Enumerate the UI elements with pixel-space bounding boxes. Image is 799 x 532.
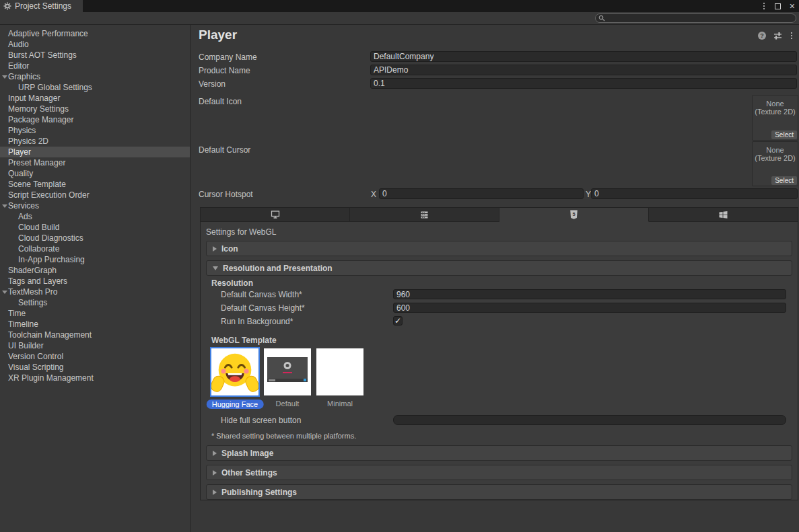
sidebar-item-version-control[interactable]: Version Control [0, 351, 190, 362]
foldout-label: Resolution and Presentation [223, 264, 333, 273]
close-icon[interactable]: × [790, 3, 795, 9]
foldout-icon[interactable]: Icon [206, 241, 792, 256]
sidebar-item-label: Input Manager [0, 93, 60, 103]
sidebar-item-textmesh-pro[interactable]: TextMesh Pro [0, 287, 190, 297]
svg-text:5: 5 [572, 211, 575, 217]
sidebar-item-ui-builder[interactable]: UI Builder [0, 340, 190, 351]
default-icon-texture-well[interactable]: None (Texture 2D) Select [752, 95, 798, 141]
texture-none-text: None [753, 100, 798, 108]
sidebar-item-audio[interactable]: Audio [0, 39, 190, 50]
sidebar-item-label: Collaborate [0, 244, 59, 254]
window-menu-icon[interactable] [762, 1, 766, 11]
sidebar-item-adaptive-performance[interactable]: Adaptive Performance [0, 28, 190, 39]
maximize-icon[interactable] [775, 3, 781, 9]
default-cursor-select-button[interactable]: Select [771, 176, 797, 185]
sidebar-item-settings[interactable]: Settings [0, 297, 190, 308]
search-box[interactable] [595, 13, 796, 23]
foldout-triangle-icon[interactable] [2, 75, 7, 79]
template-option-minimal[interactable]: Minimal [327, 400, 353, 408]
cursor-hotspot-label: Cursor Hotspot [199, 189, 253, 200]
page-title: Player [199, 28, 237, 42]
default-icon-select-button[interactable]: Select [771, 130, 797, 139]
canvas-width-input[interactable] [393, 289, 786, 299]
sidebar-item-timeline[interactable]: Timeline [0, 319, 190, 330]
company-name-input[interactable] [370, 51, 797, 62]
sidebar-item-label: Physics 2D [0, 137, 48, 146]
sidebar-item-graphics[interactable]: Graphics [0, 71, 190, 82]
tab-project-settings[interactable]: Project Settings [0, 0, 83, 12]
tab-platform-windows-store[interactable] [649, 207, 798, 222]
template-thumb-hugging-face[interactable] [211, 348, 258, 395]
product-name-input[interactable] [370, 65, 797, 75]
hide-fullscreen-input[interactable] [393, 415, 786, 425]
sidebar-item-quality[interactable]: Quality [0, 168, 190, 179]
version-label: Version [199, 79, 225, 89]
sidebar-item-collaborate[interactable]: Collaborate [0, 243, 190, 254]
foldout-splash-image[interactable]: Splash Image [206, 445, 792, 461]
webgl-template-heading: WebGL Template [211, 336, 277, 345]
sidebar-item-package-manager[interactable]: Package Manager [0, 114, 190, 125]
sidebar-item-time[interactable]: Time [0, 308, 190, 319]
foldout-expanded-icon [213, 266, 218, 270]
sidebar-item-editor[interactable]: Editor [0, 61, 190, 71]
sidebar-item-input-manager[interactable]: Input Manager [0, 93, 190, 104]
sidebar-item-script-execution-order[interactable]: Script Execution Order [0, 190, 190, 200]
template-option-hugging-face[interactable]: Hugging Face [207, 400, 264, 409]
sidebar-item-label: Timeline [0, 319, 38, 329]
context-menu-icon[interactable] [790, 31, 794, 40]
sidebar-item-memory-settings[interactable]: Memory Settings [0, 104, 190, 114]
sidebar-item-urp-global-settings[interactable]: URP Global Settings [0, 82, 190, 93]
sidebar-item-label: TextMesh Pro [0, 287, 57, 297]
run-in-background-label: Run In Background* [221, 317, 293, 327]
hotspot-y-input[interactable] [591, 188, 798, 199]
sidebar-item-visual-scripting[interactable]: Visual Scripting [0, 362, 190, 373]
foldout-publishing-settings[interactable]: Publishing Settings [206, 484, 792, 500]
template-option-default[interactable]: Default [276, 400, 300, 408]
resolution-heading: Resolution [211, 278, 253, 288]
hotspot-y-label: Y [586, 189, 591, 200]
foldout-triangle-icon[interactable] [2, 204, 7, 208]
template-thumb-minimal[interactable] [316, 348, 363, 395]
tab-platform-webgl[interactable]: 5 [499, 207, 649, 222]
sidebar-item-scene-template[interactable]: Scene Template [0, 179, 190, 190]
sidebar-item-cloud-diagnostics[interactable]: Cloud Diagnostics [0, 233, 190, 243]
preview-footer [267, 379, 308, 382]
sidebar-item-label: Audio [0, 40, 29, 49]
sidebar-item-services[interactable]: Services [0, 200, 190, 211]
foldout-other-settings[interactable]: Other Settings [206, 465, 792, 480]
sidebar-item-preset-manager[interactable]: Preset Manager [0, 157, 190, 168]
sidebar-item-physics[interactable]: Physics [0, 125, 190, 136]
tab-platform-desktop[interactable] [200, 207, 350, 222]
sidebar-item-physics-2d[interactable]: Physics 2D [0, 136, 190, 147]
sidebar-item-label: Settings [0, 298, 47, 307]
template-thumb-default[interactable] [264, 348, 311, 395]
sidebar-item-tags-and-layers[interactable]: Tags and Layers [0, 276, 190, 287]
help-icon[interactable]: ? [758, 32, 766, 40]
presets-icon[interactable] [773, 32, 782, 40]
sidebar-item-label: Script Execution Order [0, 190, 90, 200]
hotspot-x-input[interactable] [379, 188, 584, 199]
sidebar-item-label: Visual Scripting [0, 363, 64, 372]
sidebar-item-toolchain-management[interactable]: Toolchain Management [0, 330, 190, 340]
sidebar-item-burst-aot-settings[interactable]: Burst AOT Settings [0, 50, 190, 61]
sidebar-item-shadergraph[interactable]: ShaderGraph [0, 265, 190, 276]
sidebar-item-player[interactable]: Player [0, 147, 190, 157]
sidebar-item-xr-plugin-management[interactable]: XR Plugin Management [0, 373, 190, 383]
sidebar-item-cloud-build[interactable]: Cloud Build [0, 222, 190, 233]
sidebar-item-label: ShaderGraph [0, 266, 57, 275]
product-name-label: Product Name [199, 65, 250, 76]
sidebar-item-ads[interactable]: Ads [0, 211, 190, 222]
canvas-height-input[interactable] [393, 303, 786, 313]
window-controls: × [762, 0, 795, 12]
run-in-background-checkbox[interactable]: ✓ [393, 316, 403, 326]
foldout-resolution-presentation[interactable]: Resolution and Presentation [206, 260, 792, 276]
version-input[interactable] [370, 78, 797, 89]
platform-settings-box: 5 Settings for WebGL Icon Resolution and… [200, 207, 798, 500]
search-input[interactable] [605, 14, 787, 22]
default-cursor-texture-well[interactable]: None (Texture 2D) Select [752, 141, 798, 186]
foldout-collapsed-icon [213, 246, 217, 252]
foldout-triangle-icon[interactable] [2, 291, 7, 294]
sidebar-item-label: Toolchain Management [0, 330, 92, 340]
sidebar-item-in-app-purchasing[interactable]: In-App Purchasing [0, 254, 190, 265]
tab-platform-dedicated-server[interactable] [350, 207, 499, 222]
